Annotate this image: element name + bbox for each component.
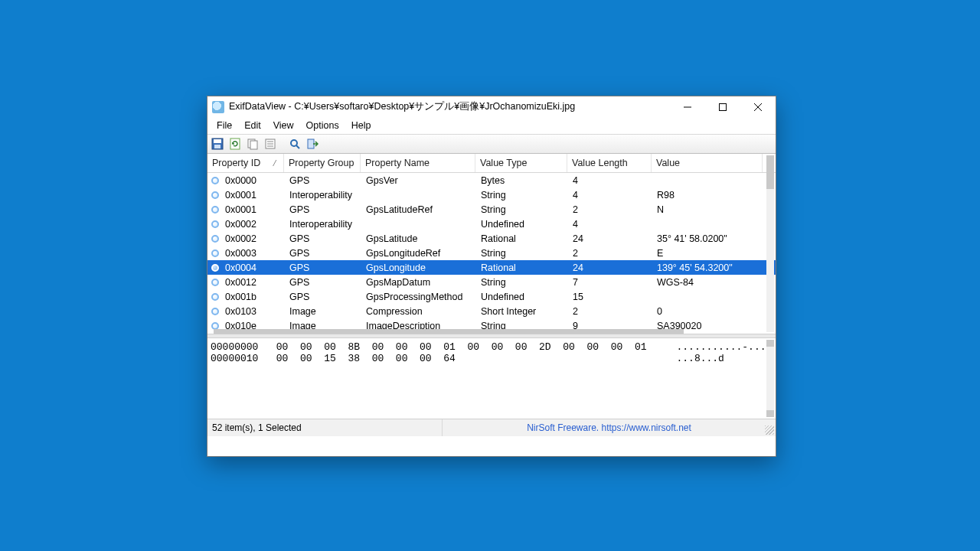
- col-header-value[interactable]: Value: [652, 154, 763, 172]
- resize-grip-icon[interactable]: [765, 425, 774, 435]
- svg-line-15: [296, 145, 299, 148]
- save-icon[interactable]: [211, 137, 224, 151]
- sort-asc-icon: ⁄: [274, 159, 276, 168]
- svg-rect-1: [720, 103, 727, 110]
- cell-value: 35° 41' 58.0200": [652, 233, 763, 244]
- svg-point-14: [291, 140, 297, 146]
- titlebar[interactable]: ExifDataView - C:¥Users¥softaro¥Desktop¥…: [207, 96, 776, 117]
- svg-rect-9: [250, 141, 257, 149]
- cell-property-name: Compression: [361, 306, 476, 317]
- cell-property-name: GpsVer: [361, 175, 476, 186]
- table-row[interactable]: 0x0004GPSGpsLongitudeRational24139° 45' …: [207, 260, 776, 275]
- cell-value-length: 24: [568, 262, 652, 273]
- row-icon: [210, 235, 220, 243]
- cell-property-name: GpsLongitude: [361, 262, 476, 273]
- svg-rect-7: [230, 139, 240, 149]
- cell-value-length: 2: [568, 204, 652, 215]
- horizontal-scrollbar[interactable]: [214, 329, 684, 334]
- cell-value-length: 4: [568, 175, 652, 186]
- cell-value-type: Rational: [476, 262, 568, 273]
- cell-value-type: Short Integer: [476, 306, 568, 317]
- menu-options[interactable]: Options: [300, 119, 345, 132]
- hex-line: 00000010 00 00 15 38 00 00 00 64 ...8...…: [211, 353, 724, 364]
- refresh-icon[interactable]: [228, 137, 242, 151]
- cell-property-id: 0x0003: [220, 248, 285, 259]
- properties-icon[interactable]: [263, 137, 277, 151]
- copy-icon[interactable]: [246, 137, 260, 151]
- table-row[interactable]: 0x0002InteroperabilityUndefined4: [207, 217, 776, 231]
- close-button[interactable]: [740, 96, 776, 117]
- col-header-property-id[interactable]: Property ID⁄: [207, 154, 284, 172]
- scrollbar-thumb[interactable]: [766, 155, 774, 189]
- menu-file[interactable]: File: [211, 119, 238, 132]
- table-row[interactable]: 0x0002GPSGpsLatitudeRational2435° 41' 58…: [207, 231, 776, 246]
- minimize-button[interactable]: [670, 96, 705, 117]
- cell-property-name: GpsLatitude: [361, 233, 476, 244]
- cell-value-type: Undefined: [476, 292, 568, 302]
- row-icon: [210, 322, 220, 330]
- row-icon: [210, 191, 220, 199]
- scrollbar-thumb[interactable]: [766, 410, 774, 417]
- cell-property-group: Interoperability: [285, 190, 361, 201]
- exit-icon[interactable]: [305, 137, 319, 151]
- cell-value-length: 15: [568, 292, 652, 302]
- cell-property-group: GPS: [285, 204, 361, 215]
- cell-value-type: String: [476, 277, 568, 288]
- cell-value-length: 2: [568, 248, 652, 259]
- toolbar: [207, 134, 776, 154]
- cell-value: WGS-84: [652, 277, 763, 288]
- table-row[interactable]: 0x0003GPSGpsLongitudeRefString2E: [207, 246, 776, 260]
- svg-rect-6: [214, 145, 220, 148]
- table-row[interactable]: 0x0001GPSGpsLatitudeRefString2N: [207, 202, 776, 217]
- listview-body[interactable]: 0x0000GPSGpsVerBytes40x0001Interoperabil…: [207, 173, 776, 334]
- col-header-property-group[interactable]: Property Group: [284, 154, 361, 172]
- table-row[interactable]: 0x0001InteroperabilityString4R98: [207, 187, 776, 202]
- col-header-value-type[interactable]: Value Type: [475, 154, 567, 172]
- cell-property-id: 0x0002: [220, 219, 285, 230]
- cell-property-group: Interoperability: [285, 219, 361, 230]
- maximize-button[interactable]: [705, 96, 740, 117]
- cell-value-length: 4: [568, 219, 652, 230]
- row-icon: [210, 177, 220, 184]
- col-header-property-name[interactable]: Property Name: [361, 154, 475, 172]
- row-icon: [210, 206, 220, 214]
- window-title: ExifDataView - C:¥Users¥softaro¥Desktop¥…: [229, 100, 575, 113]
- menu-view[interactable]: View: [267, 119, 300, 132]
- menu-help[interactable]: Help: [345, 119, 377, 132]
- table-row[interactable]: 0x0000GPSGpsVerBytes4: [207, 173, 776, 187]
- cell-property-id: 0x0103: [220, 306, 285, 317]
- listview[interactable]: Property ID⁄ Property Group Property Nam…: [207, 154, 776, 334]
- cell-property-group: GPS: [285, 175, 361, 186]
- row-icon: [210, 308, 220, 315]
- cell-value-type: Bytes: [476, 175, 568, 186]
- cell-property-id: 0x0001: [220, 190, 285, 201]
- cell-property-group: GPS: [285, 262, 361, 273]
- cell-value: R98: [652, 190, 763, 201]
- cell-property-name: GpsLatitudeRef: [361, 204, 476, 215]
- cell-value-length: 7: [568, 277, 652, 288]
- cell-value-type: String: [476, 190, 568, 201]
- cell-property-group: Image: [285, 306, 361, 317]
- menu-edit[interactable]: Edit: [238, 119, 267, 132]
- col-header-value-length[interactable]: Value Length: [567, 154, 652, 172]
- cell-value-type: String: [476, 248, 568, 259]
- find-icon[interactable]: [288, 137, 302, 151]
- statusbar: 52 item(s), 1 Selected NirSoft Freeware.…: [207, 419, 776, 436]
- cell-value-type: String: [476, 204, 568, 215]
- cell-property-id: 0x0004: [220, 262, 285, 273]
- table-row[interactable]: 0x0012GPSGpsMapDatumString7WGS-84: [207, 275, 776, 289]
- cell-property-group: GPS: [285, 277, 361, 288]
- cell-value-length: 2: [568, 306, 652, 317]
- vertical-scrollbar[interactable]: [766, 155, 774, 332]
- hex-viewer[interactable]: 00000000 00 00 00 8B 00 00 00 01 00 00 0…: [207, 338, 776, 419]
- hex-vertical-scrollbar[interactable]: [766, 340, 774, 417]
- listview-header[interactable]: Property ID⁄ Property Group Property Nam…: [207, 154, 776, 173]
- status-credit-link[interactable]: NirSoft Freeware. https://www.nirsoft.ne…: [443, 422, 776, 433]
- cell-property-id: 0x0002: [220, 233, 285, 244]
- cell-value: E: [652, 248, 763, 259]
- cell-value-type: Undefined: [476, 219, 568, 230]
- table-row[interactable]: 0x0103ImageCompressionShort Integer20: [207, 304, 776, 318]
- scrollbar-thumb[interactable]: [766, 340, 774, 347]
- table-row[interactable]: 0x001bGPSGpsProcessingMethodUndefined15: [207, 289, 776, 304]
- cell-property-id: 0x0001: [220, 204, 285, 215]
